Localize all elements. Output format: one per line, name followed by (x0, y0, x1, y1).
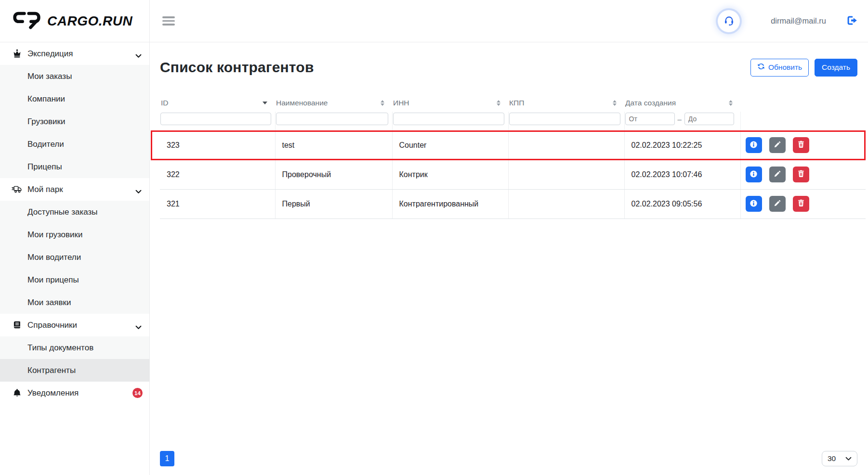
column-header-actions (740, 94, 866, 112)
sidebar-item-my-drivers[interactable]: Мои водители (0, 246, 149, 269)
table-row[interactable]: 321 Первый Контрагентированный 02.02.202… (160, 189, 866, 218)
filter-date-from-input[interactable] (625, 113, 675, 125)
sidebar-item-notifications[interactable]: Уведомления 14 (0, 382, 149, 404)
sort-icon[interactable] (381, 100, 384, 106)
info-circle-icon (750, 170, 758, 180)
sidebar-item-my-park[interactable]: Мой парк (0, 178, 149, 201)
sidebar-item-trailers[interactable]: Прицепы (0, 155, 149, 178)
chevron-down-icon (135, 322, 142, 332)
page-title: Список контрагентов (160, 59, 314, 76)
page-size-select[interactable]: 30 (822, 451, 857, 466)
logout-button[interactable] (847, 16, 857, 26)
sort-desc-icon[interactable] (263, 102, 267, 104)
bell-icon (11, 388, 23, 398)
sidebar-item-counterparties[interactable]: Контрагенты (0, 359, 149, 382)
pencil-icon (774, 141, 781, 150)
trash-icon (798, 141, 804, 150)
cell-created: 02.02.2023 10:22:25 (624, 130, 740, 160)
chevron-down-icon (135, 51, 142, 61)
cell-name: Проверочный (275, 160, 392, 189)
column-header-kpp[interactable]: КПП (508, 94, 624, 112)
user-email: dirmail@mail.ru (771, 16, 826, 26)
sidebar-item-my-requests[interactable]: Мои заявки (0, 291, 149, 314)
cell-name: Первый (275, 189, 392, 218)
sidebar-item-my-trucks[interactable]: Мои грузовики (0, 223, 149, 246)
filter-name-input[interactable] (276, 113, 388, 125)
sidebar-item-directories[interactable]: Справочники (0, 314, 149, 336)
notifications-badge: 14 (132, 388, 143, 398)
sort-icon[interactable] (729, 100, 733, 106)
refresh-button[interactable]: Обновить (750, 59, 809, 77)
support-button[interactable] (718, 10, 740, 32)
sort-icon[interactable] (497, 100, 500, 106)
sort-icon[interactable] (613, 100, 617, 106)
column-header-name[interactable]: Наименование (275, 94, 392, 112)
delete-button[interactable] (793, 137, 809, 153)
cell-kpp (508, 189, 624, 218)
sidebar-item-my-trailers[interactable]: Мои прицепы (0, 269, 149, 291)
sidebar-nav: Экспедиция Мои заказы Компании Грузовики… (0, 42, 149, 404)
sidebar-item-drivers[interactable]: Водители (0, 133, 149, 155)
filter-inn-input[interactable] (393, 113, 504, 125)
sidebar-item-companies[interactable]: Компании (0, 88, 149, 110)
cell-kpp (508, 130, 624, 160)
column-header-id[interactable]: ID (160, 94, 275, 112)
refresh-icon (757, 63, 765, 72)
table-row[interactable]: 323 test Counter 02.02.2023 10:22:25 (160, 130, 866, 160)
edit-button[interactable] (769, 167, 786, 182)
sidebar-item-trucks[interactable]: Грузовики (0, 110, 149, 133)
sidebar-item-expedition[interactable]: Экспедиция (0, 42, 149, 65)
cell-kpp (508, 160, 624, 189)
cell-id: 321 (160, 189, 275, 218)
chevron-down-icon (135, 187, 142, 196)
cell-id: 323 (160, 130, 275, 160)
cell-created: 02.02.2023 10:07:46 (624, 160, 740, 189)
create-button[interactable]: Создать (815, 59, 857, 77)
trash-icon (798, 170, 804, 179)
main-content: Список контрагентов Обновить Создать ID … (150, 42, 868, 475)
hamburger-menu-icon[interactable] (162, 14, 175, 27)
info-button[interactable] (746, 167, 762, 182)
column-header-inn[interactable]: ИНН (392, 94, 508, 112)
sidebar-item-my-orders[interactable]: Мои заказы (0, 65, 149, 88)
filter-date-to-input[interactable] (684, 113, 734, 125)
sidebar: CARGO.RUN Экспедиция Мои заказы Компании… (0, 0, 150, 475)
brand-name: CARGO.RUN (47, 13, 132, 29)
sidebar-item-document-types[interactable]: Типы документов (0, 336, 149, 359)
filter-kpp-input[interactable] (509, 113, 620, 125)
cell-inn: Контрагентированный (392, 189, 508, 218)
cell-id: 322 (160, 160, 275, 189)
topbar: dirmail@mail.ru (150, 0, 868, 42)
edit-button[interactable] (769, 196, 786, 212)
sidebar-item-available-orders[interactable]: Доступные заказы (0, 201, 149, 223)
cell-inn: Counter (392, 130, 508, 160)
info-button[interactable] (746, 137, 762, 153)
column-header-created[interactable]: Дата создания (624, 94, 740, 112)
info-circle-icon (750, 199, 758, 209)
truck-icon (11, 186, 23, 193)
delete-button[interactable] (793, 167, 809, 182)
info-button[interactable] (746, 196, 762, 212)
info-circle-icon (750, 141, 758, 150)
crown-icon (11, 49, 23, 58)
cargo-run-logo-icon (13, 10, 41, 32)
edit-button[interactable] (769, 137, 786, 153)
cell-name: test (275, 130, 392, 160)
cell-created: 02.02.2023 09:05:56 (624, 189, 740, 218)
counterparties-table: ID Наименование ИНН КПП Дата создания (160, 94, 866, 219)
trash-icon (798, 199, 804, 208)
headset-icon (723, 15, 735, 27)
table-row[interactable]: 322 Проверочный Контрик 02.02.2023 10:07… (160, 160, 866, 189)
cell-inn: Контрик (392, 160, 508, 189)
sign-out-icon (847, 16, 857, 26)
app-window: CARGO.RUN Экспедиция Мои заказы Компании… (0, 0, 868, 475)
chevron-down-icon (845, 454, 852, 463)
pencil-icon (774, 170, 781, 179)
delete-button[interactable] (793, 196, 809, 212)
logo[interactable]: CARGO.RUN (0, 0, 149, 42)
pencil-icon (774, 200, 781, 208)
date-range-separator: – (678, 115, 682, 123)
filter-id-input[interactable] (160, 113, 271, 125)
book-icon (11, 321, 23, 329)
pagination-page-1-button[interactable]: 1 (160, 451, 174, 466)
